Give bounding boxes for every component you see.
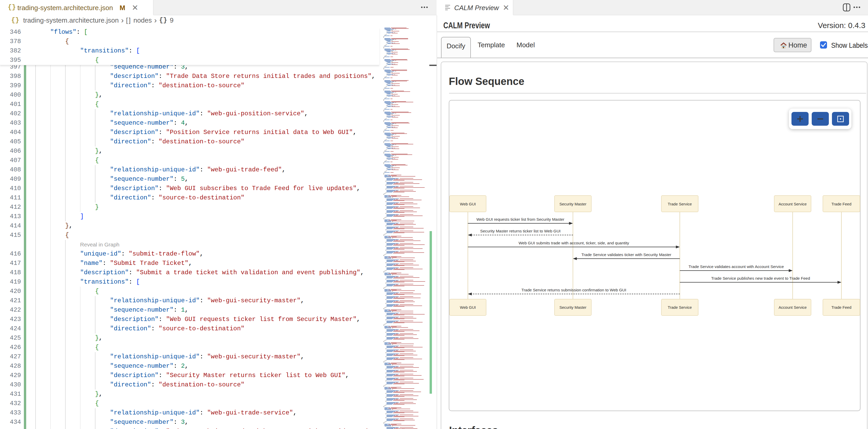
svg-text:Trade Service validates accoun: Trade Service validates account with Acc…: [688, 264, 784, 269]
svg-text:Web GUI requests ticker list f: Web GUI requests ticker list from Securi…: [476, 217, 564, 222]
svg-text:Security Master: Security Master: [559, 202, 586, 206]
svg-text:Trade Service returns submissi: Trade Service returns submission confirm…: [521, 288, 626, 292]
svg-text:Trade Feed: Trade Feed: [831, 202, 851, 206]
svg-text:Trade Service validates ticker: Trade Service validates ticker with Secu…: [581, 252, 671, 257]
svg-text:Web GUI: Web GUI: [460, 305, 476, 310]
svg-text:Trade Service: Trade Service: [668, 202, 692, 206]
svg-text:Trade Feed: Trade Feed: [831, 305, 851, 310]
svg-text:Security Master returns ticker: Security Master returns ticker list to W…: [480, 229, 561, 233]
svg-text:Trade Service: Trade Service: [668, 305, 692, 310]
svg-text:Security Master: Security Master: [559, 305, 586, 310]
svg-text:Trade Service publishes new tr: Trade Service publishes new trade event …: [711, 276, 810, 281]
svg-text:Account Service: Account Service: [778, 305, 807, 310]
svg-text:Account Service: Account Service: [778, 202, 807, 206]
svg-text:Web GUI submits trade with acc: Web GUI submits trade with account, tick…: [519, 241, 629, 245]
svg-text:Web GUI: Web GUI: [460, 202, 476, 206]
